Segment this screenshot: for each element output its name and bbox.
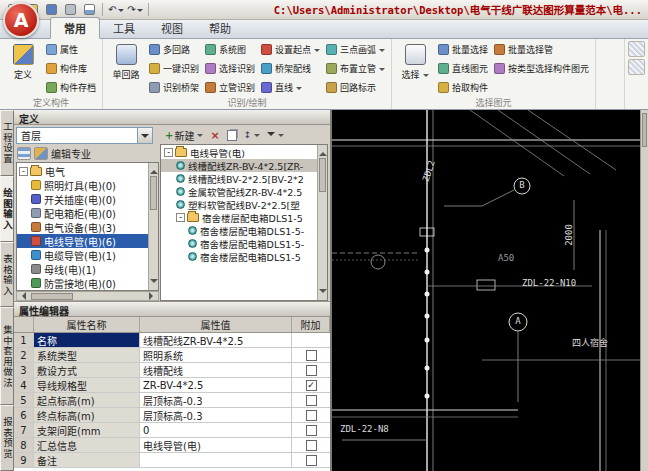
circuit-label-button[interactable]: 回路标示 <box>323 78 388 97</box>
tree-horizontal-scrollbar[interactable] <box>16 291 159 301</box>
list-item[interactable]: 线槽配线BV-2*2.5[BV-2*2 <box>161 172 317 185</box>
undo-button[interactable]: ↶ <box>107 2 125 17</box>
list-item[interactable]: 塑料软管配线BV-2*2.5[塑 <box>161 198 317 211</box>
property-name-cell[interactable]: 起点标高(m) <box>34 393 140 407</box>
property-value-cell[interactable]: ZR-BV-4*2.5 <box>140 378 292 392</box>
copy-component-button[interactable] <box>225 128 239 143</box>
collapse-icon[interactable] <box>164 148 173 157</box>
property-value-cell[interactable]: 线槽配线ZR-BV-4*2.5 <box>140 333 292 347</box>
property-value-cell[interactable]: 照明系统 <box>140 348 292 362</box>
property-value-cell[interactable]: 层顶标高-0.3 <box>140 393 292 407</box>
floor-selector[interactable]: 首层 <box>16 127 153 144</box>
property-name-cell[interactable]: 汇总信息 <box>34 438 140 452</box>
batch-select-button[interactable]: 批量选择 <box>435 40 491 59</box>
set-start-point-button[interactable]: 设置起点 <box>258 40 323 59</box>
property-value-cell[interactable] <box>140 453 292 467</box>
sort-button[interactable]: ↕ <box>242 128 263 143</box>
property-value-cell[interactable]: 层顶标高-0.3 <box>140 408 292 422</box>
tree-item[interactable]: 照明灯具(电)(0) <box>17 178 148 192</box>
tree-item[interactable]: 开关插座(电)(0) <box>17 192 148 206</box>
app-logo-button[interactable]: A <box>3 2 39 38</box>
system-diagram-button[interactable]: 系统图 <box>202 40 258 59</box>
attach-checkbox[interactable] <box>306 365 317 376</box>
scroll-left-icon[interactable] <box>18 292 26 300</box>
property-name-cell[interactable]: 支架间距(mm <box>34 423 140 437</box>
component-archive-button[interactable]: 构件存档 <box>43 78 99 97</box>
sidetab-table-input[interactable]: 表格输入 <box>0 242 14 308</box>
delete-component-button[interactable]: × <box>208 128 221 143</box>
tab-view[interactable]: 视图 <box>148 18 196 38</box>
single-circuit-button[interactable]: 单回路 <box>106 40 146 97</box>
bridge-wiring-button[interactable]: 桥架配线 <box>258 59 323 78</box>
scroll-thumb[interactable] <box>150 176 157 210</box>
scroll-thumb[interactable] <box>642 113 647 147</box>
attribute-button[interactable]: 属性 <box>43 40 99 59</box>
property-value-cell[interactable]: 线槽配线 <box>140 363 292 377</box>
select-button[interactable]: 选择 <box>395 40 435 97</box>
property-name-cell[interactable]: 备注 <box>34 453 140 467</box>
collapse-icon[interactable] <box>176 213 185 222</box>
three-point-arc-button[interactable]: 三点画弧 <box>323 40 388 59</box>
riser-identify-button[interactable]: 立管识别 <box>202 78 258 97</box>
attach-checkbox[interactable] <box>306 455 317 466</box>
tree-item[interactable]: 电气 <box>17 164 148 178</box>
list-item[interactable]: 宿舍楼层配电箱DLS1-5- <box>161 237 317 250</box>
redo-button[interactable]: ↷ <box>126 2 144 17</box>
scroll-right-icon[interactable] <box>149 292 157 300</box>
tree-item[interactable]: 电气设备(电)(3) <box>17 220 148 234</box>
attach-checkbox[interactable] <box>306 395 317 406</box>
save-icon-button[interactable] <box>42 2 60 17</box>
tree-item-selected[interactable]: 电线导管(电)(6) <box>17 234 148 248</box>
tab-home[interactable]: 常用 <box>50 17 100 39</box>
attach-checkbox-checked[interactable]: ✓ <box>306 380 317 391</box>
sidetab-centralized-apply[interactable]: 集中套用做法 <box>0 307 14 405</box>
sidetab-drawing-input[interactable]: 绘图输入 <box>0 176 14 242</box>
multi-circuit-button[interactable]: 多回路 <box>146 40 202 59</box>
tree-item[interactable]: 防雷接地(电)(0) <box>17 276 148 290</box>
filter-grid-icon-button[interactable] <box>17 147 31 160</box>
pick-component-button[interactable]: 拾取构件 <box>435 78 491 97</box>
list-item[interactable]: 电线导管(电) <box>161 146 317 159</box>
tree-vertical-scrollbar[interactable] <box>148 163 158 290</box>
batch-select-pipe-button[interactable]: 批量选择管 <box>491 40 592 59</box>
list-item[interactable]: 宿舍楼层配电箱DLS1-5 <box>161 211 317 224</box>
new-component-button[interactable]: +新建 <box>163 128 205 143</box>
sidetab-report-preview[interactable]: 报表预览 <box>0 405 14 471</box>
tree-item[interactable]: 电缆导管(电)(1) <box>17 248 148 262</box>
scroll-up-icon[interactable] <box>150 166 158 174</box>
line-button[interactable]: 直线 <box>258 78 323 97</box>
list-item[interactable]: 宿舍楼层配电箱DLS1-5 <box>161 250 317 263</box>
scroll-down-icon[interactable] <box>150 279 158 287</box>
list-item[interactable]: 金属软管配线ZR-BV-4*2.5 <box>161 185 317 198</box>
filter-button[interactable] <box>265 128 286 143</box>
scroll-up-icon[interactable] <box>319 148 327 156</box>
attach-checkbox[interactable] <box>306 410 317 421</box>
collapse-icon[interactable] <box>19 167 28 176</box>
overflow-tool-button[interactable] <box>628 41 645 57</box>
property-value-cell[interactable]: 0 <box>140 423 292 437</box>
property-name-cell[interactable]: 导线规格型 <box>34 378 140 392</box>
scroll-down-icon[interactable] <box>319 289 327 297</box>
property-name-cell[interactable]: 敷设方式 <box>34 363 140 377</box>
identify-bridge-button[interactable]: 识别桥架 <box>146 78 202 97</box>
list-item-selected[interactable]: 线槽配线ZR-BV-4*2.5[ZR- <box>161 159 317 172</box>
overflow-tool-button[interactable] <box>628 59 645 75</box>
attach-checkbox[interactable] <box>306 425 317 436</box>
place-riser-button[interactable]: 布置立管 <box>323 59 388 78</box>
line-element-button[interactable]: 直线图元 <box>435 59 491 78</box>
tree-item[interactable]: 母线(电)(1) <box>17 262 148 276</box>
attach-checkbox[interactable] <box>306 350 317 361</box>
edit-major-button[interactable]: 编辑专业 <box>51 146 91 161</box>
list-vertical-scrollbar[interactable] <box>317 145 327 300</box>
print-icon-button[interactable] <box>61 2 79 17</box>
list-item[interactable]: 宿舍楼层配电箱DLS1-5- <box>161 224 317 237</box>
scroll-thumb[interactable] <box>319 158 326 192</box>
sidetab-project-settings[interactable]: 工程设置 <box>0 110 14 176</box>
preview-icon-button[interactable] <box>80 2 98 17</box>
scroll-thumb[interactable] <box>31 293 73 300</box>
layers-icon-button[interactable] <box>34 147 48 160</box>
property-value-cell[interactable]: 电线导管(电) <box>140 438 292 452</box>
property-name-cell[interactable]: 名称 <box>34 333 140 347</box>
floor-selector-dropdown-button[interactable] <box>137 128 152 143</box>
tree-item[interactable]: 配电箱柜(电)(0) <box>17 206 148 220</box>
